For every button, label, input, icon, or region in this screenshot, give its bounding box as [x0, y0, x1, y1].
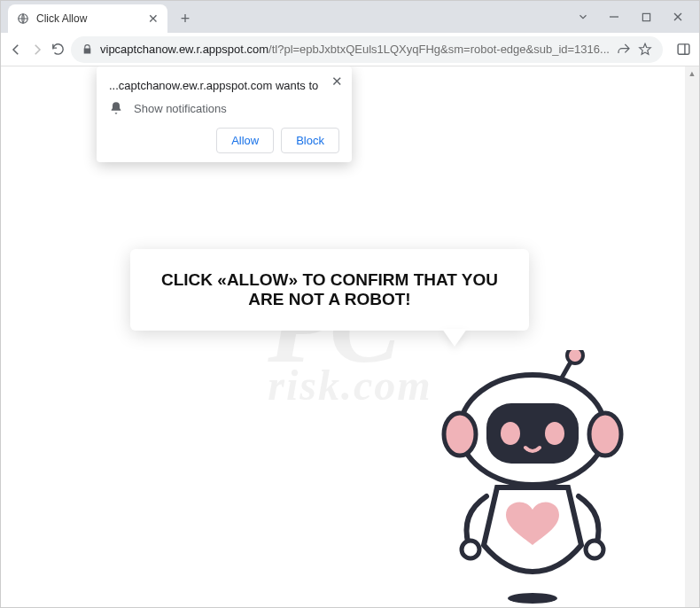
- new-tab-button[interactable]: +: [173, 6, 198, 31]
- side-panel-icon[interactable]: [672, 37, 696, 62]
- tab-title: Click Allow: [36, 12, 87, 25]
- allow-button[interactable]: Allow: [216, 128, 274, 153]
- notification-permission-popup: ✕ ...captchanow.ew.r.appspot.com wants t…: [97, 66, 352, 162]
- forward-button[interactable]: [29, 37, 45, 62]
- reload-button[interactable]: [51, 37, 66, 62]
- scroll-up-icon[interactable]: ▲: [685, 66, 699, 81]
- browser-window: Click Allow ✕ +: [0, 0, 700, 608]
- url-domain: vipcaptchanow.ew.r.appspot.com: [100, 43, 268, 56]
- svg-point-12: [567, 350, 583, 363]
- page-content: ▲ PC risk.com ✕ ...captchanow.ew.r.appsp…: [1, 66, 699, 607]
- block-button[interactable]: Block: [281, 128, 339, 153]
- bell-icon: [109, 101, 123, 115]
- svg-point-20: [586, 541, 603, 558]
- robot-illustration: [417, 350, 648, 607]
- notification-permission-label: Show notifications: [134, 102, 227, 115]
- speech-bubble: CLICK «ALLOW» TO CONFIRM THAT YOU ARE NO…: [130, 249, 529, 331]
- svg-point-19: [462, 541, 479, 558]
- svg-point-17: [501, 422, 520, 445]
- minimize-button[interactable]: [598, 4, 630, 29]
- globe-icon: [17, 12, 29, 25]
- tabs-area: Click Allow ✕ +: [8, 4, 568, 33]
- svg-point-21: [508, 593, 557, 604]
- scrollbar[interactable]: ▲: [685, 66, 699, 607]
- address-bar[interactable]: vipcaptchanow.ew.r.appspot.com/tl?pl=epb…: [71, 36, 663, 63]
- tab-close-icon[interactable]: ✕: [148, 12, 159, 26]
- close-button[interactable]: [662, 4, 694, 29]
- svg-point-18: [545, 422, 564, 445]
- maximize-button[interactable]: [630, 4, 662, 29]
- window-controls: [568, 1, 694, 33]
- svg-point-15: [589, 413, 621, 456]
- back-button[interactable]: [8, 37, 24, 62]
- notification-close-icon[interactable]: ✕: [331, 74, 343, 90]
- lock-icon: [82, 43, 93, 55]
- titlebar: Click Allow ✕ +: [1, 1, 699, 33]
- active-tab[interactable]: Click Allow ✕: [8, 4, 167, 33]
- url-path: /tl?pl=epbJxbtxQEuls1LQXyqFHg&sm=robot-e…: [268, 43, 610, 56]
- svg-point-14: [444, 413, 476, 456]
- toolbar: vipcaptchanow.ew.r.appspot.com/tl?pl=epb…: [1, 33, 699, 66]
- url-text: vipcaptchanow.ew.r.appspot.com/tl?pl=epb…: [100, 43, 610, 56]
- svg-rect-5: [679, 44, 690, 54]
- toolbar-right: [668, 37, 700, 62]
- watermark-sub: risk.com: [268, 361, 432, 409]
- share-icon[interactable]: [617, 43, 631, 57]
- tab-search-icon[interactable]: [568, 4, 598, 29]
- svg-rect-2: [642, 13, 649, 20]
- bookmark-icon[interactable]: [638, 43, 652, 57]
- notification-site-text: ...captchanow.ew.r.appspot.com wants to: [109, 79, 339, 92]
- svg-rect-16: [486, 403, 579, 464]
- headline-text: CLICK «ALLOW» TO CONFIRM THAT YOU ARE NO…: [161, 270, 498, 308]
